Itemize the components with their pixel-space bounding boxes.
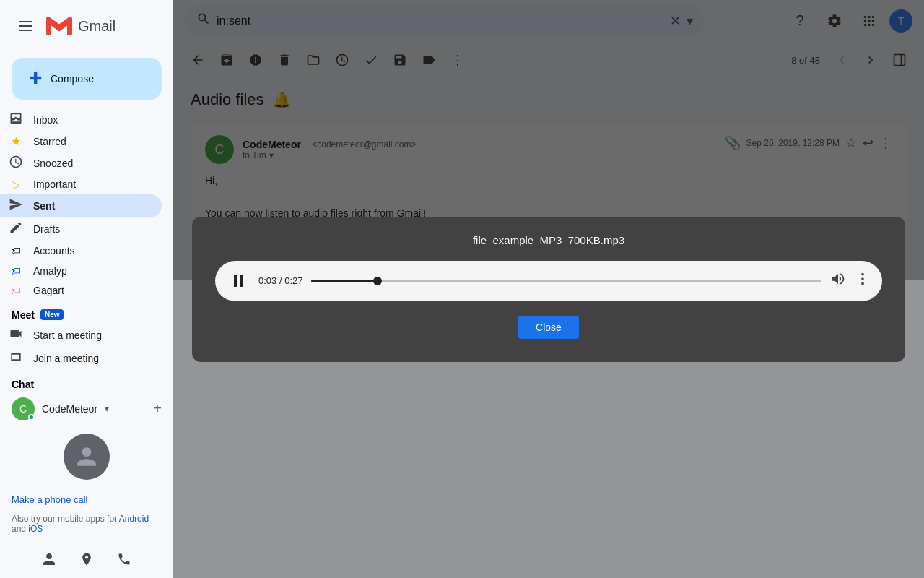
sidebar-item-snoozed[interactable]: Snoozed bbox=[0, 152, 162, 175]
gagart-label: Gagart bbox=[33, 285, 64, 296]
android-link[interactable]: Android bbox=[119, 514, 149, 524]
current-time: 0:03 / 0:27 bbox=[258, 275, 302, 286]
promo-prefix: Also try our mobile apps for bbox=[12, 514, 119, 524]
chat-caret: ▾ bbox=[105, 404, 109, 414]
sidebar-item-accounts[interactable]: 🏷 Accounts bbox=[0, 241, 162, 261]
gagart-icon: 🏷 bbox=[9, 285, 23, 296]
close-button[interactable]: Close bbox=[518, 316, 579, 339]
location-icon[interactable] bbox=[74, 546, 100, 572]
sidebar-item-gagart[interactable]: 🏷 Gagart bbox=[0, 280, 162, 301]
sidebar-item-amalyp[interactable]: 🏷 Amalyp bbox=[0, 261, 162, 281]
join-meeting-icon bbox=[9, 350, 23, 367]
ios-link[interactable]: iOS bbox=[28, 524, 43, 534]
drafts-icon bbox=[9, 220, 23, 238]
start-meeting-icon bbox=[9, 327, 23, 344]
snoozed-label: Snoozed bbox=[33, 158, 73, 169]
starred-icon: ★ bbox=[9, 134, 23, 148]
promo-and: and bbox=[12, 524, 28, 534]
svg-point-9 bbox=[861, 282, 864, 285]
audio-modal: file_example_MP3_700KB.mp3 0:03 / 0:27 bbox=[192, 217, 905, 362]
online-indicator bbox=[28, 414, 35, 420]
important-label: Important bbox=[33, 178, 76, 190]
meet-new-badge: New bbox=[40, 309, 64, 320]
phone-footer-icon[interactable] bbox=[111, 546, 137, 572]
audio-player: 0:03 / 0:27 bbox=[215, 261, 882, 301]
audio-progress-bar[interactable] bbox=[311, 280, 821, 282]
audio-progress-fill bbox=[311, 280, 378, 282]
chat-avatar-large bbox=[64, 434, 110, 480]
sidebar-item-important[interactable]: ▷ Important bbox=[0, 175, 162, 195]
snoozed-icon bbox=[9, 155, 23, 172]
meet-section: Meet New Start a meeting Join a meeting bbox=[0, 301, 173, 370]
sidebar-item-drafts[interactable]: Drafts bbox=[0, 217, 162, 241]
meet-title: Meet bbox=[12, 309, 35, 321]
svg-point-7 bbox=[861, 273, 864, 276]
mobile-apps-promo: Also try our mobile apps for Android and… bbox=[0, 511, 173, 540]
sidebar-footer bbox=[0, 540, 173, 578]
svg-point-8 bbox=[861, 277, 864, 280]
chat-section: Chat C CodeMeteor ▾ + Make a phone call … bbox=[0, 370, 173, 540]
compose-label: Compose bbox=[51, 73, 94, 85]
inbox-icon bbox=[9, 111, 23, 129]
sidebar-item-start-meeting[interactable]: Start a meeting bbox=[0, 324, 162, 347]
sidebar-header: Gmail bbox=[0, 6, 173, 52]
amalyp-icon: 🏷 bbox=[9, 265, 23, 277]
compose-plus-icon: ✚ bbox=[29, 69, 42, 88]
gmail-logo: Gmail bbox=[46, 16, 116, 36]
important-icon: ▷ bbox=[9, 178, 23, 191]
amalyp-label: Amalyp bbox=[33, 265, 67, 277]
accounts-label: Accounts bbox=[33, 245, 75, 256]
audio-progress-dot bbox=[373, 277, 382, 285]
sent-label: Sent bbox=[33, 200, 55, 212]
person-icon[interactable] bbox=[36, 546, 62, 572]
add-chat-icon[interactable]: + bbox=[153, 400, 162, 417]
svg-rect-6 bbox=[240, 275, 243, 287]
sidebar-item-starred[interactable]: ★ Starred bbox=[0, 131, 162, 152]
svg-rect-0 bbox=[19, 21, 32, 22]
accounts-icon: 🏷 bbox=[9, 245, 23, 256]
sidebar-item-sent[interactable]: Sent bbox=[0, 194, 162, 217]
svg-rect-2 bbox=[19, 30, 32, 31]
volume-icon[interactable] bbox=[830, 271, 846, 290]
audio-more-icon[interactable] bbox=[855, 271, 871, 290]
main-content: in:sent ✕ ▾ ? T bbox=[173, 0, 924, 578]
starred-label: Starred bbox=[33, 136, 66, 147]
sidebar: Gmail ✚ Compose Inbox ★ Starred Snoozed … bbox=[0, 0, 173, 578]
audio-modal-overlay: file_example_MP3_700KB.mp3 0:03 / 0:27 bbox=[173, 0, 924, 578]
hamburger-icon[interactable] bbox=[12, 12, 40, 40]
chat-avatar-initial: C bbox=[19, 403, 27, 415]
compose-button[interactable]: ✚ Compose bbox=[12, 58, 162, 100]
join-meeting-label: Join a meeting bbox=[33, 353, 99, 364]
chat-title: Chat bbox=[0, 376, 173, 393]
gmail-text: Gmail bbox=[78, 18, 116, 35]
chat-item-codemeteor[interactable]: C CodeMeteor ▾ + bbox=[0, 393, 173, 425]
svg-rect-1 bbox=[19, 25, 32, 27]
svg-rect-5 bbox=[234, 275, 237, 287]
chat-person-name: CodeMeteor bbox=[42, 403, 97, 415]
drafts-label: Drafts bbox=[33, 223, 60, 235]
inbox-label: Inbox bbox=[33, 114, 58, 126]
make-phone-call-link[interactable]: Make a phone call bbox=[0, 488, 173, 511]
sidebar-item-inbox[interactable]: Inbox bbox=[0, 108, 162, 131]
chat-avatar: C bbox=[12, 397, 35, 420]
start-meeting-label: Start a meeting bbox=[33, 329, 102, 341]
meet-header: Meet New bbox=[0, 306, 173, 324]
sidebar-item-join-meeting[interactable]: Join a meeting bbox=[0, 347, 162, 370]
modal-filename: file_example_MP3_700KB.mp3 bbox=[473, 234, 624, 246]
sent-icon bbox=[9, 197, 23, 215]
pause-button[interactable] bbox=[227, 269, 250, 293]
